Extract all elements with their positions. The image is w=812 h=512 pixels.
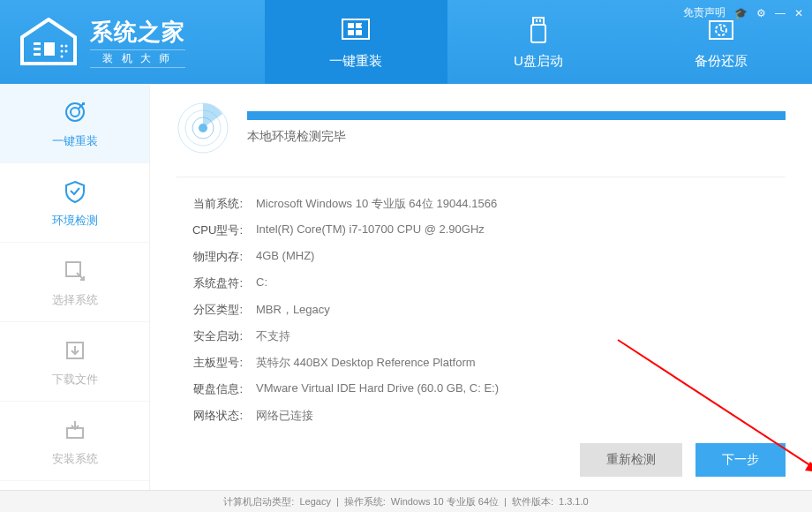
sidebar-item-download[interactable]: 下载文件 — [0, 322, 149, 402]
svg-rect-0 — [34, 42, 41, 45]
svg-point-7 — [65, 50, 68, 53]
usb-icon — [522, 14, 555, 48]
target-icon — [61, 98, 89, 126]
graduation-icon[interactable]: 🎓 — [734, 7, 748, 19]
svg-point-21 — [71, 108, 79, 117]
sidebar-item-install[interactable]: 安装系统 — [0, 402, 149, 481]
info-row-os: 当前系统:Microsoft Windows 10 专业版 64位 19044.… — [177, 191, 786, 217]
status-bar: 计算机启动类型: Legacy | 操作系统: Windows 10 专业版 6… — [0, 490, 812, 512]
progress-row: 本地环境检测完毕 — [177, 102, 786, 154]
house-logo-icon — [18, 18, 79, 66]
app-header: 系统之家 装 机 大 师 一键重装 U盘启动 备份还原 免责声明 🎓 ⚙ — [0, 0, 812, 84]
progress-status-text: 本地环境检测完毕 — [247, 129, 786, 145]
windows-reinstall-icon — [339, 14, 372, 48]
sidebar: 一键重装 环境检测 选择系统 下载文件 安装系统 — [0, 84, 150, 490]
svg-rect-17 — [539, 19, 541, 22]
app-title: 系统之家 — [90, 17, 185, 48]
svg-point-6 — [61, 50, 64, 53]
info-row-network: 网络状态:网络已连接 — [177, 403, 786, 429]
recheck-button[interactable]: 重新检测 — [580, 443, 682, 477]
select-icon — [61, 257, 89, 285]
progress-bar — [247, 111, 786, 120]
next-button[interactable]: 下一步 — [695, 443, 786, 477]
footer-os-value: Windows 10 专业版 64位 — [391, 495, 499, 508]
action-buttons: 重新检测 下一步 — [177, 443, 786, 477]
sidebar-item-select-system[interactable]: 选择系统 — [0, 243, 149, 322]
radar-icon — [177, 102, 229, 154]
app-subtitle: 装 机 大 师 — [90, 49, 185, 68]
download-icon — [61, 336, 89, 365]
info-row-secureboot: 安全启动:不支持 — [177, 323, 786, 350]
sidebar-item-env-check[interactable]: 环境检测 — [0, 163, 149, 243]
tab-usb-boot[interactable]: U盘启动 — [447, 0, 630, 84]
svg-rect-10 — [348, 23, 354, 28]
minimize-icon[interactable]: — — [775, 7, 786, 19]
info-row-memory: 物理内存:4GB (MHZ) — [177, 244, 786, 270]
svg-marker-30 — [805, 462, 812, 472]
svg-rect-1 — [34, 48, 41, 50]
svg-rect-16 — [536, 19, 538, 22]
settings-icon[interactable]: ⚙ — [756, 7, 766, 19]
info-row-partition: 分区类型:MBR，Legacy — [177, 297, 786, 323]
svg-rect-13 — [356, 30, 362, 35]
svg-point-4 — [61, 45, 64, 48]
tab-reinstall[interactable]: 一键重装 — [265, 0, 447, 84]
shield-check-icon — [61, 177, 89, 206]
sidebar-item-reinstall[interactable]: 一键重装 — [0, 84, 149, 163]
logo-area: 系统之家 装 机 大 师 — [0, 17, 265, 68]
svg-rect-15 — [531, 25, 545, 42]
footer-ver-label: 软件版本: — [512, 495, 553, 508]
svg-rect-2 — [34, 53, 41, 56]
window-controls: 免责声明 🎓 ⚙ — ✕ — [683, 5, 803, 20]
info-row-cpu: CPU型号:Intel(R) Core(TM) i7-10700 CPU @ 2… — [177, 217, 786, 244]
footer-ver-value: 1.3.1.0 — [559, 496, 589, 507]
svg-point-8 — [61, 56, 64, 58]
main-content: 本地环境检测完毕 当前系统:Microsoft Windows 10 专业版 6… — [150, 84, 812, 490]
install-icon — [61, 416, 89, 444]
disclaimer-link[interactable]: 免责声明 — [683, 5, 726, 20]
system-info-table: 当前系统:Microsoft Windows 10 专业版 64位 19044.… — [177, 177, 786, 434]
svg-rect-14 — [533, 18, 544, 25]
footer-boot-value: Legacy — [299, 496, 330, 507]
close-icon[interactable]: ✕ — [794, 7, 803, 19]
info-row-drive: 系统盘符:C: — [177, 270, 786, 297]
footer-boot-label: 计算机启动类型: — [223, 495, 294, 508]
svg-rect-3 — [44, 42, 55, 56]
info-row-motherboard: 主板型号:英特尔 440BX Desktop Reference Platfor… — [177, 350, 786, 376]
svg-point-5 — [65, 45, 68, 48]
footer-os-label: 操作系统: — [344, 495, 386, 508]
info-row-disk: 硬盘信息:VMware Virtual IDE Hard Drive (60.0… — [177, 376, 786, 403]
body-area: 一键重装 环境检测 选择系统 下载文件 安装系统 — [0, 84, 812, 490]
svg-rect-12 — [348, 30, 354, 35]
